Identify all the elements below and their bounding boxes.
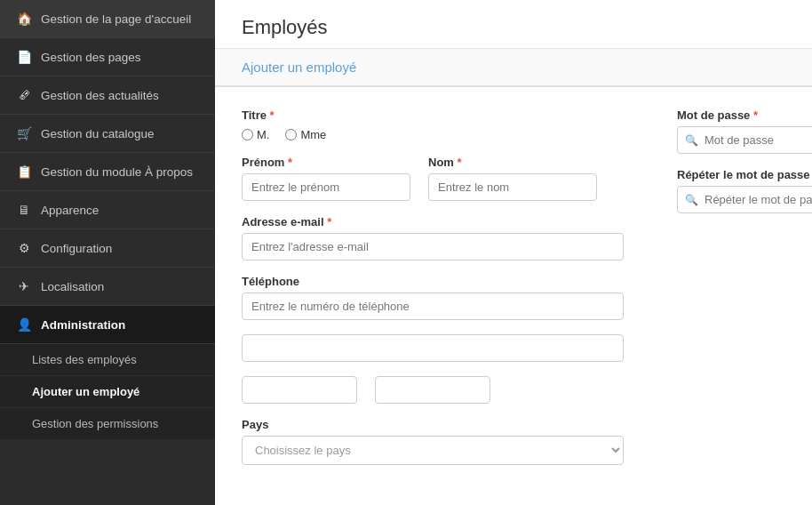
email-group: Adresse e-mail * bbox=[242, 215, 624, 261]
sidebar: 🏠 Gestion de la page d'accueil 📄 Gestion… bbox=[0, 0, 215, 505]
sidebar-item-label: Administration bbox=[41, 318, 125, 332]
catalog-icon: 🛒 bbox=[16, 126, 32, 140]
title-radio-group: M. Mme bbox=[242, 126, 326, 141]
home-icon: 🏠 bbox=[16, 12, 32, 26]
sidebar-item-label: Gestion de la page d'accueil bbox=[41, 12, 191, 26]
sidebar-item-label: Localisation bbox=[41, 280, 104, 293]
sidebar-item-label: Gestion du catalogue bbox=[41, 127, 155, 140]
form-left-col: Titre * M. Mme bbox=[242, 108, 624, 479]
form-two-col: Titre * M. Mme bbox=[242, 108, 785, 479]
extra-row-1 bbox=[242, 334, 624, 362]
repeat-password-wrapper: 🔍 bbox=[677, 186, 812, 213]
sidebar-item-label: Configuration bbox=[41, 242, 112, 255]
radio-mme[interactable] bbox=[285, 129, 297, 140]
config-icon: ⚙ bbox=[16, 241, 32, 255]
country-group: Pays Choisissez le pays bbox=[242, 418, 624, 465]
about-icon: 📋 bbox=[16, 164, 32, 179]
phone-row: Téléphone bbox=[242, 275, 624, 320]
admin-icon: 👤 bbox=[16, 317, 32, 332]
firstname-input[interactable] bbox=[242, 173, 410, 201]
form-right-col: Mot de passe * 🔍 Répéter le mot de pass bbox=[624, 108, 812, 479]
sidebar-submenu-admin: Listes des employés Ajouter un employé G… bbox=[0, 344, 215, 440]
password-wrapper: 🔍 bbox=[677, 126, 812, 154]
sidebar-item-config[interactable]: ⚙ Configuration bbox=[0, 229, 215, 268]
lock-icon-repeat: 🔍 bbox=[685, 194, 698, 206]
extra-group-1 bbox=[242, 334, 624, 362]
country-select[interactable]: Choisissez le pays bbox=[242, 436, 624, 465]
extra-input-2b[interactable] bbox=[375, 376, 490, 404]
extra-input-1[interactable] bbox=[242, 334, 624, 362]
firstname-group: Prénom * bbox=[242, 156, 410, 201]
phone-label: Téléphone bbox=[242, 275, 624, 288]
news-icon: 🗞 bbox=[16, 88, 32, 102]
firstname-label: Prénom * bbox=[242, 156, 410, 169]
sidebar-item-admin[interactable]: 👤 Administration bbox=[0, 306, 215, 344]
page-header: Employés bbox=[215, 0, 812, 49]
password-group: Mot de passe * 🔍 bbox=[677, 108, 812, 154]
lock-icon: 🔍 bbox=[685, 134, 698, 147]
section-header: Ajouter un employé bbox=[215, 49, 812, 87]
page-title: Employés bbox=[242, 16, 785, 39]
repeat-password-label: Répéter le mot de passe * bbox=[677, 168, 812, 181]
main-content: Employés Ajouter un employé Titre * bbox=[215, 0, 812, 505]
pages-icon: 📄 bbox=[16, 50, 32, 64]
lastname-group: Nom * bbox=[428, 156, 597, 201]
title-label: Titre * bbox=[242, 108, 326, 122]
phone-input[interactable] bbox=[242, 293, 624, 320]
lastname-input[interactable] bbox=[428, 173, 597, 201]
email-row: Adresse e-mail * bbox=[242, 215, 624, 261]
extra-row-2 bbox=[242, 376, 624, 404]
country-label: Pays bbox=[242, 418, 624, 431]
extra-group-2a bbox=[242, 376, 357, 404]
sidebar-item-home[interactable]: 🏠 Gestion de la page d'accueil bbox=[0, 0, 215, 38]
localization-icon: ✈ bbox=[16, 279, 32, 293]
title-group: Titre * M. Mme bbox=[242, 108, 326, 141]
sidebar-item-news[interactable]: 🗞 Gestion des actualités bbox=[0, 76, 215, 115]
sidebar-item-about[interactable]: 📋 Gestion du module À propos bbox=[0, 153, 215, 191]
password-label: Mot de passe * bbox=[677, 108, 812, 122]
country-row: Pays Choisissez le pays bbox=[242, 418, 624, 465]
title-row: Titre * M. Mme bbox=[242, 108, 624, 141]
sidebar-item-label: Gestion des pages bbox=[41, 51, 141, 64]
sidebar-item-catalog[interactable]: 🛒 Gestion du catalogue bbox=[0, 115, 215, 153]
email-input[interactable] bbox=[242, 233, 624, 261]
sidebar-item-label: Apparence bbox=[41, 204, 99, 217]
email-label: Adresse e-mail * bbox=[242, 215, 624, 228]
sidebar-item-localization[interactable]: ✈ Localisation bbox=[0, 268, 215, 306]
phone-group: Téléphone bbox=[242, 275, 624, 320]
sidebar-item-label: Gestion des actualités bbox=[41, 89, 159, 102]
form-area: Titre * M. Mme bbox=[215, 87, 812, 501]
sidebar-sub-permissions[interactable]: Gestion des permissions bbox=[0, 408, 215, 440]
sidebar-sub-employees-list[interactable]: Listes des employés bbox=[0, 344, 215, 376]
extra-input-2a[interactable] bbox=[242, 376, 357, 404]
sidebar-sub-add-employee[interactable]: Ajouter un employé bbox=[0, 376, 215, 408]
extra-group-2b bbox=[375, 376, 490, 404]
sidebar-item-label: Gestion du module À propos bbox=[41, 165, 193, 179]
password-row: Mot de passe * 🔍 bbox=[677, 108, 812, 154]
sidebar-item-pages[interactable]: 📄 Gestion des pages bbox=[0, 38, 215, 76]
title-option-mme[interactable]: Mme bbox=[285, 128, 326, 141]
sidebar-item-appearance[interactable]: 🖥 Apparence bbox=[0, 191, 215, 229]
title-option-m[interactable]: M. bbox=[242, 128, 269, 141]
repeat-password-row: Répéter le mot de passe * 🔍 bbox=[677, 168, 812, 213]
lastname-label: Nom * bbox=[428, 156, 597, 169]
radio-m[interactable] bbox=[242, 129, 253, 140]
repeat-password-group: Répéter le mot de passe * 🔍 bbox=[677, 168, 812, 213]
name-row: Prénom * Nom * bbox=[242, 156, 624, 201]
appearance-icon: 🖥 bbox=[16, 203, 32, 217]
